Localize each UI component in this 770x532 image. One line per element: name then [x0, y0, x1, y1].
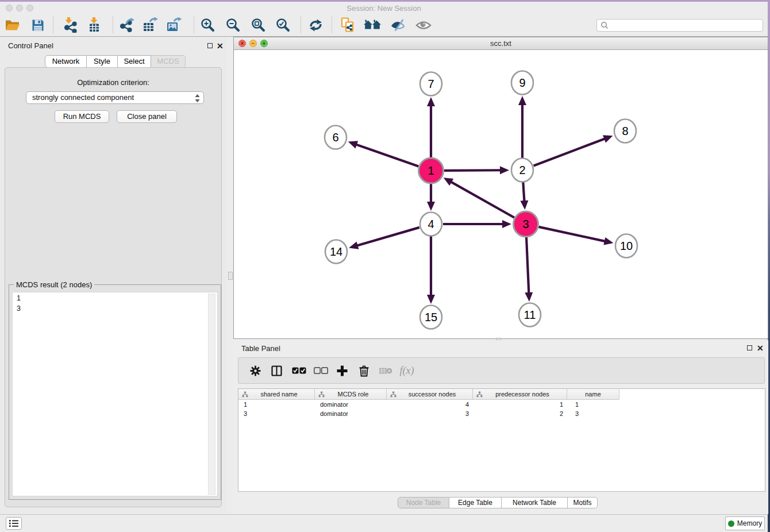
select-all-icon[interactable]: [291, 358, 306, 383]
import-table-icon[interactable]: [87, 14, 102, 36]
tab-edge-table[interactable]: Edge Table: [449, 497, 502, 508]
cell-name[interactable]: 1: [567, 400, 619, 409]
deselect-all-icon[interactable]: [313, 358, 328, 383]
table-row[interactable]: 3 dominator 3 2 3: [238, 409, 765, 418]
network-window-titlebar[interactable]: × − + scc.txt: [234, 37, 768, 50]
import-network-icon[interactable]: [63, 14, 78, 36]
cell-successor-nodes[interactable]: 4: [387, 400, 473, 409]
column-header-successor-nodes[interactable]: successor nodes: [387, 389, 473, 400]
search-input[interactable]: [611, 21, 763, 29]
save-session-icon[interactable]: [31, 14, 45, 36]
cell-shared-name[interactable]: 1: [238, 400, 315, 409]
tab-style[interactable]: Style: [87, 55, 118, 68]
tab-network-table[interactable]: Network Table: [502, 497, 568, 508]
search-box[interactable]: [596, 19, 763, 32]
graph-node-6[interactable]: 6: [325, 126, 346, 149]
graph-edge-4-14[interactable]: [349, 228, 419, 249]
graph-edge-3-1[interactable]: [444, 178, 514, 217]
add-icon[interactable]: [336, 358, 348, 383]
close-panel-button[interactable]: Close panel: [117, 110, 177, 123]
toolbar-separator: [53, 17, 53, 33]
delete-table-icon[interactable]: [378, 358, 393, 383]
cell-mcds-role[interactable]: dominator: [315, 409, 387, 418]
svg-text:14: 14: [330, 245, 342, 258]
tab-select[interactable]: Select: [118, 55, 151, 68]
table-row[interactable]: 1 dominator 4 1 1: [238, 400, 765, 409]
graph-edge-3-10[interactable]: [538, 227, 613, 245]
panel-divider-grip[interactable]: [228, 272, 233, 280]
column-header-shared-name[interactable]: shared name: [238, 389, 315, 400]
graph-edge-2-8[interactable]: [534, 135, 613, 165]
show-columns-icon[interactable]: [270, 358, 283, 383]
show-graphics-details-icon[interactable]: [415, 14, 432, 36]
result-scrollbar[interactable]: [208, 294, 215, 495]
home-view-icon[interactable]: [363, 14, 382, 36]
network-canvas[interactable]: 7968124314101511: [234, 50, 768, 338]
graph-node-3[interactable]: 3: [514, 211, 538, 237]
hierarchy-icon: [318, 391, 325, 398]
tab-node-table[interactable]: Node Table: [398, 497, 449, 508]
svg-text:3: 3: [522, 218, 529, 230]
graph-node-4[interactable]: 4: [420, 213, 442, 236]
graph-node-10[interactable]: 10: [615, 234, 637, 258]
export-image-icon[interactable]: [165, 14, 183, 36]
table-settings-icon[interactable]: [249, 358, 261, 383]
zoom-out-icon[interactable]: [225, 14, 241, 36]
graph-node-2[interactable]: 2: [511, 159, 533, 182]
column-header-name[interactable]: name: [567, 389, 619, 400]
cell-mcds-role[interactable]: dominator: [315, 400, 387, 409]
tab-motifs[interactable]: Motifs: [568, 497, 598, 508]
network-view-title: scc.txt: [234, 39, 768, 48]
zoom-selected-icon[interactable]: [275, 14, 291, 36]
result-line: 3: [13, 304, 217, 314]
function-builder-icon[interactable]: f(x): [398, 358, 415, 383]
graph-node-9[interactable]: 9: [511, 71, 533, 95]
graph-node-11[interactable]: 11: [519, 303, 541, 327]
graph-edge-3-11[interactable]: [525, 237, 533, 302]
run-mcds-button[interactable]: Run MCDS: [55, 110, 109, 123]
float-table-panel-icon[interactable]: [747, 345, 752, 350]
mcds-result-list[interactable]: 1 3: [12, 292, 218, 496]
tab-mcds[interactable]: MCDS: [151, 55, 186, 68]
cell-shared-name[interactable]: 3: [238, 409, 315, 418]
zoom-fit-icon[interactable]: [251, 14, 266, 36]
close-table-panel-icon[interactable]: ✕: [757, 344, 764, 352]
graph-edge-1-7[interactable]: [427, 97, 435, 157]
column-header-mcds-role[interactable]: MCDS role: [315, 389, 387, 400]
graph-edge-2-3[interactable]: [520, 182, 528, 210]
close-panel-icon[interactable]: ✕: [217, 42, 224, 50]
refresh-view-icon[interactable]: [309, 14, 323, 36]
graph-edge-1-4[interactable]: [427, 184, 435, 211]
open-session-icon[interactable]: [4, 14, 21, 36]
graph-edge-1-2[interactable]: [444, 166, 509, 174]
graph-edge-4-15[interactable]: [427, 236, 435, 304]
graph-node-7[interactable]: 7: [420, 72, 442, 96]
mcds-result-title: MCDS result (2 nodes): [14, 280, 94, 289]
export-network-icon[interactable]: [119, 14, 135, 36]
graph-edge-1-6[interactable]: [348, 141, 419, 166]
cell-predecessor-nodes[interactable]: 2: [473, 409, 567, 418]
graph-node-14[interactable]: 14: [325, 240, 347, 264]
search-icon: [600, 21, 609, 29]
tab-network[interactable]: Network: [45, 55, 87, 68]
graph-node-15[interactable]: 15: [420, 306, 442, 329]
float-panel-icon[interactable]: [207, 43, 213, 48]
graph-edge-2-9[interactable]: [518, 96, 526, 158]
graph-edge-4-3[interactable]: [443, 220, 511, 228]
graph-node-1[interactable]: 1: [419, 158, 444, 183]
delete-icon[interactable]: [357, 358, 370, 383]
task-history-button[interactable]: [6, 517, 22, 530]
zoom-in-icon[interactable]: [200, 14, 215, 36]
export-table-icon[interactable]: [142, 14, 159, 36]
cell-name[interactable]: 3: [567, 409, 619, 418]
cell-predecessor-nodes[interactable]: 1: [473, 400, 567, 409]
hierarchy-icon: [390, 391, 396, 398]
memory-button[interactable]: Memory: [725, 516, 765, 530]
column-header-predecessor-nodes[interactable]: predecessor nodes: [473, 389, 567, 400]
clone-network-icon[interactable]: [341, 14, 355, 36]
hide-graphics-details-icon[interactable]: [390, 14, 406, 36]
graph-node-8[interactable]: 8: [614, 119, 636, 143]
criterion-select[interactable]: strongly connected component: [26, 91, 204, 104]
cell-successor-nodes[interactable]: 3: [387, 409, 473, 418]
titlebar: Session: New Session: [0, 2, 768, 14]
